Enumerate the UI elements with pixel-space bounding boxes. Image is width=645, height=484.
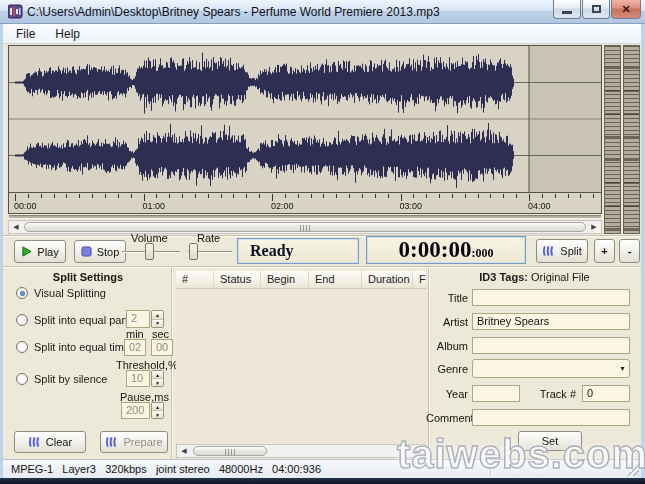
genre-label: Genre	[428, 363, 468, 375]
zoom-out-button[interactable]: -	[619, 239, 640, 263]
clear-icon	[28, 436, 41, 448]
column-begin[interactable]: Begin	[261, 271, 309, 288]
maximize-button[interactable]	[582, 0, 610, 19]
album-field[interactable]	[472, 337, 630, 354]
play-button[interactable]: Play	[14, 240, 66, 263]
track-field[interactable]: 0	[582, 385, 630, 402]
column-filename[interactable]: Filen	[413, 271, 426, 288]
radio-icon	[16, 314, 28, 326]
title-bar[interactable]: C:\Users\Admin\Desktop\Britney Spears - …	[0, 0, 645, 24]
split-button[interactable]: Split	[536, 239, 588, 263]
zoom-in-button[interactable]: +	[594, 239, 615, 263]
minimize-button[interactable]	[553, 0, 581, 19]
timeline-label: 01:00	[143, 201, 166, 211]
play-label: Play	[37, 246, 58, 258]
column-end[interactable]: End	[309, 271, 362, 288]
split-icon	[542, 245, 555, 257]
scroll-right-icon[interactable]: ▶	[411, 445, 425, 457]
scroll-right-icon[interactable]: ▶	[587, 221, 601, 233]
title-field[interactable]	[472, 289, 630, 306]
maximize-icon	[592, 5, 601, 13]
rate-slider-handle[interactable]	[189, 243, 198, 260]
column-number[interactable]: #	[176, 271, 214, 288]
radio-visual-splitting[interactable]: Visual Splitting	[16, 287, 106, 299]
prepare-label: Prepare	[123, 436, 162, 448]
column-status[interactable]: Status	[214, 271, 261, 288]
spin-up-icon[interactable]: ▲	[152, 371, 163, 379]
id3-header: ID3 Tags: Original File	[432, 271, 637, 283]
set-button[interactable]: Set	[518, 431, 582, 451]
radio-split-equal-time[interactable]: Split into equal time	[16, 341, 130, 353]
close-icon: ✕	[621, 3, 630, 16]
minimize-icon	[562, 11, 572, 14]
ruler-ticks	[9, 194, 601, 203]
threshold-spinner[interactable]: ▲▼	[151, 370, 164, 387]
parts-count-field[interactable]: 2	[126, 310, 150, 328]
stop-button[interactable]: Stop	[74, 240, 126, 263]
close-button[interactable]: ✕	[611, 0, 641, 19]
seconds-field[interactable]: 00	[151, 339, 173, 356]
segments-table-body[interactable]	[176, 289, 426, 444]
play-icon	[21, 246, 32, 257]
artist-label: Artist	[428, 316, 468, 328]
time-display: 0:00:00:000	[366, 236, 526, 264]
prepare-icon	[105, 436, 118, 448]
genre-dropdown[interactable]: ▼	[472, 359, 630, 378]
spin-down-icon[interactable]: ▼	[152, 411, 163, 418]
radio-icon	[16, 287, 28, 299]
table-scrollbar-thumb[interactable]	[193, 446, 267, 456]
parts-count-spinner[interactable]: ▲▼	[151, 310, 164, 328]
scroll-left-icon[interactable]: ◀	[177, 445, 191, 457]
radio-label: Split by silence	[34, 373, 107, 385]
resize-grip-icon[interactable]	[627, 464, 639, 476]
table-scrollbar[interactable]: ◀ ▶	[176, 444, 426, 458]
split-settings-title: Split Settings	[8, 271, 168, 283]
timeline-label: 04:00	[528, 201, 551, 211]
spin-up-icon[interactable]: ▲	[152, 403, 163, 411]
threshold-field[interactable]: 10	[126, 370, 150, 387]
spin-down-icon[interactable]: ▼	[152, 320, 163, 328]
pause-spinner[interactable]: ▲▼	[151, 402, 164, 419]
statusbar-divider	[490, 463, 492, 476]
minutes-field[interactable]: 02	[124, 339, 146, 356]
radio-split-by-silence[interactable]: Split by silence	[16, 373, 107, 385]
waveform-canvas[interactable]	[9, 46, 601, 192]
window-title: C:\Users\Admin\Desktop\Britney Spears - …	[27, 5, 440, 19]
column-duration[interactable]: Duration	[362, 271, 413, 288]
status-display: Ready	[237, 238, 359, 264]
vertical-zoom-slider-left[interactable]	[604, 45, 621, 234]
vertical-zoom-slider-right[interactable]	[623, 45, 640, 234]
time-milliseconds: :000	[471, 246, 493, 261]
prepare-button[interactable]: Prepare	[100, 431, 168, 453]
window-bottom-edge	[0, 478, 645, 484]
radio-label: Split into equal parts	[34, 314, 134, 326]
time-ruler[interactable]: 00:0001:0002:0003:0004:00	[8, 193, 602, 214]
waveform-scrollbar[interactable]: ◀ ▶	[8, 220, 602, 234]
id3-header-value: Original File	[531, 271, 590, 283]
pause-field[interactable]: 200	[121, 402, 150, 419]
waveform-display[interactable]	[8, 45, 602, 193]
scroll-left-icon[interactable]: ◀	[9, 221, 23, 233]
status-bar: MPEG-1 Layer3 320kbps joint stereo 48000…	[3, 459, 641, 478]
radio-icon	[16, 341, 28, 353]
comment-field[interactable]	[472, 409, 630, 426]
segments-table-header: # Status Begin End Duration Filen	[176, 271, 426, 289]
app-window: C:\Users\Admin\Desktop\Britney Spears - …	[0, 0, 645, 484]
waveform-scrollbar-thumb[interactable]	[24, 222, 586, 232]
file-info-text: MPEG-1 Layer3 320kbps joint stereo 48000…	[3, 463, 321, 475]
title-label: Title	[428, 292, 468, 304]
menu-file[interactable]: File	[7, 25, 44, 43]
volume-slider-handle[interactable]	[145, 243, 154, 260]
time-main: 0:00:00	[399, 237, 472, 263]
spin-down-icon[interactable]: ▼	[152, 379, 163, 386]
clear-button[interactable]: Clear	[14, 431, 86, 453]
radio-split-equal-parts[interactable]: Split into equal parts	[16, 314, 134, 326]
chevron-down-icon[interactable]: ▼	[619, 365, 626, 372]
spin-up-icon[interactable]: ▲	[152, 311, 163, 320]
rate-label: Rate	[197, 232, 220, 244]
artist-field[interactable]: Britney Spears	[472, 313, 630, 330]
menu-help[interactable]: Help	[46, 25, 89, 43]
scrollbar-grip	[300, 225, 310, 231]
year-field[interactable]	[472, 385, 520, 402]
status-text: Ready	[250, 242, 294, 260]
